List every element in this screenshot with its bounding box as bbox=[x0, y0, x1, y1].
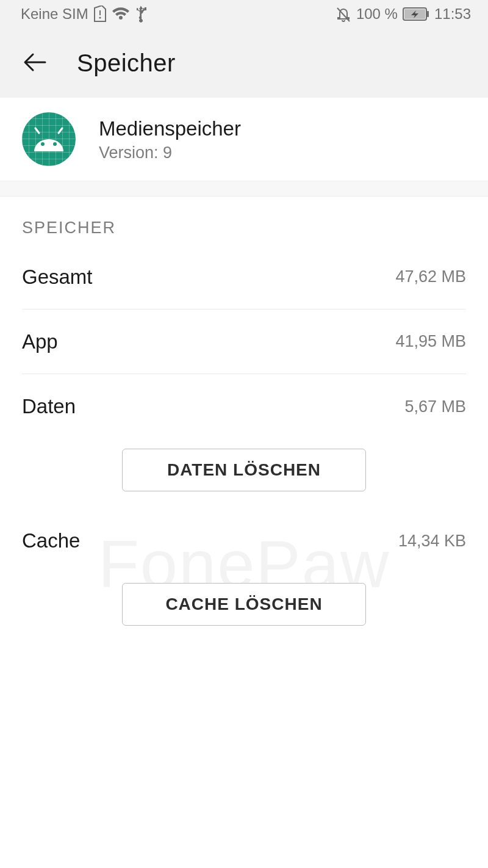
svg-rect-4 bbox=[427, 11, 429, 17]
usb-icon bbox=[135, 5, 147, 23]
status-right: 100 % 11:53 bbox=[336, 5, 471, 23]
status-bar: Keine SIM bbox=[0, 0, 488, 28]
mute-icon bbox=[336, 5, 351, 23]
wifi-icon bbox=[112, 7, 130, 21]
sim-alert-icon bbox=[93, 5, 107, 23]
app-bar: Speicher bbox=[0, 28, 488, 98]
row-total-value: 47,62 MB bbox=[395, 267, 466, 286]
app-version: Version: 9 bbox=[99, 143, 241, 162]
clear-cache-button[interactable]: CACHE LÖSCHEN bbox=[122, 583, 366, 626]
app-name: Medienspeicher bbox=[99, 116, 241, 141]
svg-line-9 bbox=[35, 128, 39, 133]
row-app: App 41,95 MB bbox=[22, 309, 466, 374]
status-left: Keine SIM bbox=[21, 5, 147, 23]
row-total: Gesamt 47,62 MB bbox=[22, 245, 466, 309]
clock-text: 11:53 bbox=[434, 5, 471, 23]
row-cache-label: Cache bbox=[22, 529, 80, 552]
clear-data-button[interactable]: DATEN LÖSCHEN bbox=[122, 449, 366, 491]
divider bbox=[0, 181, 488, 197]
row-data-label: Daten bbox=[22, 395, 76, 418]
sim-status-text: Keine SIM bbox=[21, 5, 88, 23]
svg-point-1 bbox=[99, 16, 101, 18]
svg-point-7 bbox=[41, 142, 45, 146]
row-data-value: 5,67 MB bbox=[404, 397, 466, 416]
page-title: Speicher bbox=[77, 49, 176, 77]
app-meta: Medienspeicher Version: 9 bbox=[99, 116, 241, 162]
app-header: Medienspeicher Version: 9 bbox=[0, 98, 488, 181]
svg-line-10 bbox=[59, 128, 62, 133]
battery-percent-text: 100 % bbox=[356, 5, 398, 23]
battery-icon bbox=[403, 7, 429, 21]
section-header: SPEICHER bbox=[22, 197, 466, 245]
row-app-value: 41,95 MB bbox=[395, 332, 466, 351]
app-icon bbox=[22, 112, 76, 166]
storage-section: SPEICHER Gesamt 47,62 MB App 41,95 MB Da… bbox=[0, 197, 488, 631]
row-total-label: Gesamt bbox=[22, 266, 93, 289]
svg-point-8 bbox=[53, 142, 57, 146]
row-data: Daten 5,67 MB bbox=[22, 374, 466, 439]
row-app-label: App bbox=[22, 330, 58, 353]
arrow-left-icon bbox=[22, 49, 48, 77]
row-cache-value: 14,34 KB bbox=[398, 532, 466, 551]
back-button[interactable] bbox=[21, 49, 49, 77]
row-cache: Cache 14,34 KB bbox=[22, 508, 466, 573]
